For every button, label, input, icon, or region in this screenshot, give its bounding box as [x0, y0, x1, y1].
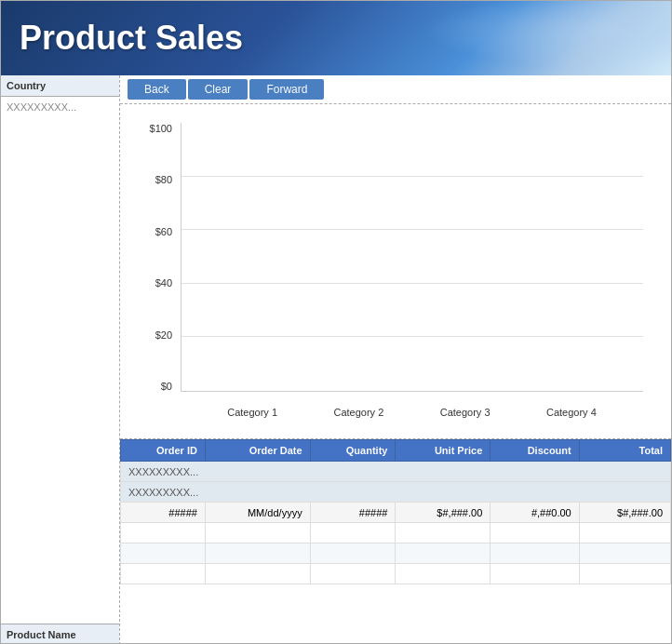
cell-quantity: ##### — [310, 503, 396, 523]
country-section: Country — [1, 75, 119, 97]
cell-discount: #,##0.00 — [491, 503, 579, 523]
y-label-80: $80 — [155, 174, 172, 185]
placeholder-row-2: XXXXXXXXX... — [121, 482, 671, 503]
x-label-2: Category 2 — [305, 396, 411, 429]
bars-inner — [181, 123, 643, 391]
forward-button[interactable]: Forward — [249, 79, 324, 100]
product-label: Product Name — [7, 629, 76, 640]
table-row: XXXXXXXXX... — [121, 482, 671, 503]
country-placeholder: XXXXXXXXX... — [7, 101, 76, 113]
cell-order-date: MM/dd/yyyy — [205, 503, 310, 523]
back-button[interactable]: Back — [128, 79, 186, 100]
col-unit-price: Unit Price — [396, 440, 491, 462]
page-title: Product Sales — [20, 19, 243, 58]
col-order-date: Order Date — [205, 440, 310, 462]
y-label-60: $60 — [155, 226, 172, 237]
y-label-0: $0 — [161, 381, 172, 392]
cell-unit-price: $#,###.00 — [396, 503, 491, 523]
cell-empty — [121, 564, 206, 584]
cell-total: $#,###.00 — [579, 503, 670, 523]
table-row: ##### MM/dd/yyyy ##### $#,###.00 #,##0.0… — [121, 503, 671, 523]
data-table: Order ID Order Date Quantity Unit Price … — [120, 439, 671, 584]
table-row — [121, 543, 671, 564]
placeholder-row-1: XXXXXXXXX... — [121, 462, 671, 482]
table-header-row: Order ID Order Date Quantity Unit Price … — [121, 440, 671, 462]
x-labels: Category 1 Category 2 Category 3 Categor… — [181, 396, 643, 429]
content-area: Back Clear Forward $100 $80 $60 $40 $20 … — [120, 75, 671, 644]
x-label-4: Category 4 — [518, 396, 625, 429]
product-section: Product Name — [1, 624, 119, 644]
y-label-40: $40 — [155, 277, 172, 288]
country-label: Country — [7, 80, 46, 91]
col-order-id: Order ID — [121, 440, 206, 462]
y-label-20: $20 — [155, 329, 172, 341]
x-label-1: Category 1 — [199, 396, 305, 429]
x-label-3: Category 3 — [412, 396, 518, 429]
bars-area — [181, 123, 643, 392]
cell-empty — [121, 543, 206, 564]
cell-empty — [121, 523, 206, 543]
clear-button[interactable]: Clear — [188, 79, 249, 100]
y-axis: $100 $80 $60 $40 $20 $0 — [139, 123, 176, 392]
table-area: Order ID Order Date Quantity Unit Price … — [120, 439, 671, 644]
sidebar: Country XXXXXXXXX... Product Name — [1, 75, 120, 644]
button-bar: Back Clear Forward — [120, 75, 671, 104]
table-row — [121, 564, 671, 584]
y-label-100: $100 — [150, 123, 172, 134]
col-discount: Discount — [491, 440, 579, 462]
chart-area: $100 $80 $60 $40 $20 $0 — [120, 104, 671, 439]
table-row: XXXXXXXXX... — [121, 462, 671, 482]
chart-container: $100 $80 $60 $40 $20 $0 — [139, 114, 652, 429]
cell-order-id: ##### — [121, 503, 206, 523]
page-header: Product Sales — [1, 1, 671, 75]
main-layout: Country XXXXXXXXX... Product Name Back C… — [1, 75, 671, 644]
country-content: XXXXXXXXX... — [1, 97, 119, 624]
col-total: Total — [579, 440, 670, 462]
table-row — [121, 523, 671, 543]
col-quantity: Quantity — [310, 440, 396, 462]
